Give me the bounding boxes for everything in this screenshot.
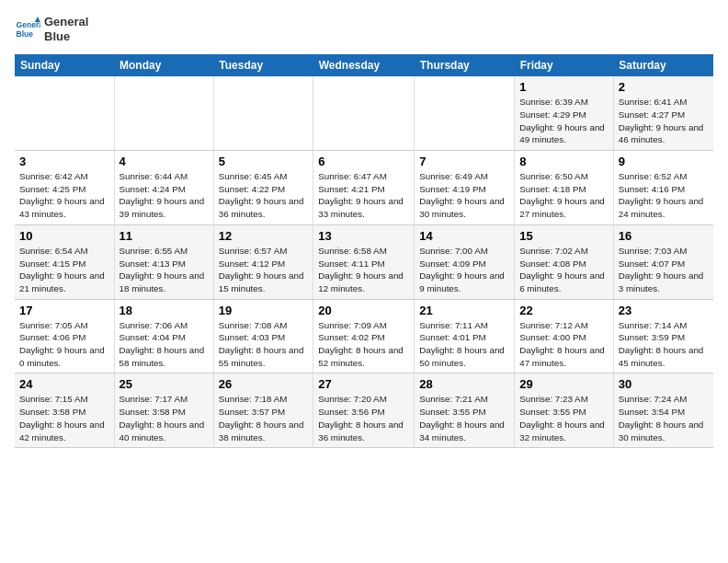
calendar-cell — [313, 76, 415, 150]
day-number: 19 — [219, 304, 308, 317]
day-number: 11 — [119, 229, 209, 243]
calendar-cell: 13Sunrise: 6:58 AM Sunset: 4:11 PM Dayli… — [313, 224, 415, 299]
column-header-sunday: Sunday — [15, 54, 114, 76]
logo-text: General Blue — [44, 15, 88, 43]
day-number: 5 — [219, 155, 308, 168]
day-info: Sunrise: 7:08 AM Sunset: 4:03 PM Dayligh… — [219, 319, 308, 370]
calendar-cell: 19Sunrise: 7:08 AM Sunset: 4:03 PM Dayli… — [213, 299, 313, 373]
calendar-cell: 11Sunrise: 6:55 AM Sunset: 4:13 PM Dayli… — [114, 224, 213, 299]
day-number: 15 — [519, 229, 609, 243]
calendar-cell: 9Sunrise: 6:52 AM Sunset: 4:16 PM Daylig… — [613, 151, 713, 225]
day-number: 17 — [19, 304, 109, 317]
calendar-cell: 25Sunrise: 7:17 AM Sunset: 3:58 PM Dayli… — [114, 373, 213, 448]
day-number: 13 — [318, 229, 409, 243]
day-info: Sunrise: 6:47 AM Sunset: 4:21 PM Dayligh… — [318, 170, 409, 221]
calendar-cell: 15Sunrise: 7:02 AM Sunset: 4:08 PM Dayli… — [515, 224, 614, 299]
day-info: Sunrise: 7:15 AM Sunset: 3:58 PM Dayligh… — [19, 393, 109, 443]
calendar-cell: 30Sunrise: 7:24 AM Sunset: 3:54 PM Dayli… — [613, 373, 713, 448]
day-info: Sunrise: 7:11 AM Sunset: 4:01 PM Dayligh… — [419, 319, 509, 370]
calendar-cell — [15, 76, 114, 150]
calendar-cell: 4Sunrise: 6:44 AM Sunset: 4:24 PM Daylig… — [114, 151, 213, 225]
logo-icon: General Blue — [15, 17, 40, 42]
column-header-thursday: Thursday — [415, 54, 515, 76]
logo: General Blue General Blue — [15, 15, 88, 43]
calendar-cell: 5Sunrise: 6:45 AM Sunset: 4:22 PM Daylig… — [213, 151, 313, 225]
day-info: Sunrise: 7:09 AM Sunset: 4:02 PM Dayligh… — [318, 319, 409, 370]
day-info: Sunrise: 6:44 AM Sunset: 4:24 PM Dayligh… — [119, 170, 209, 221]
day-info: Sunrise: 6:54 AM Sunset: 4:15 PM Dayligh… — [19, 245, 109, 295]
day-info: Sunrise: 6:58 AM Sunset: 4:11 PM Dayligh… — [318, 245, 409, 295]
day-number: 2 — [619, 80, 709, 94]
day-number: 14 — [419, 229, 509, 243]
day-number: 27 — [318, 377, 409, 391]
calendar-cell: 2Sunrise: 6:41 AM Sunset: 4:27 PM Daylig… — [613, 76, 713, 150]
day-info: Sunrise: 7:06 AM Sunset: 4:04 PM Dayligh… — [119, 319, 209, 370]
day-number: 6 — [318, 155, 409, 168]
day-info: Sunrise: 6:55 AM Sunset: 4:13 PM Dayligh… — [119, 245, 209, 295]
calendar-cell: 29Sunrise: 7:23 AM Sunset: 3:55 PM Dayli… — [515, 373, 614, 448]
column-header-tuesday: Tuesday — [213, 54, 313, 76]
day-number: 25 — [119, 377, 209, 391]
calendar-cell — [114, 76, 213, 150]
day-info: Sunrise: 7:02 AM Sunset: 4:08 PM Dayligh… — [519, 245, 609, 295]
calendar-cell: 16Sunrise: 7:03 AM Sunset: 4:07 PM Dayli… — [613, 224, 713, 299]
day-number: 24 — [19, 377, 109, 391]
day-number: 8 — [519, 155, 609, 168]
day-number: 9 — [619, 155, 709, 168]
day-info: Sunrise: 7:18 AM Sunset: 3:57 PM Dayligh… — [219, 393, 308, 443]
calendar-cell: 26Sunrise: 7:18 AM Sunset: 3:57 PM Dayli… — [213, 373, 313, 448]
day-number: 23 — [619, 304, 709, 317]
calendar-cell: 6Sunrise: 6:47 AM Sunset: 4:21 PM Daylig… — [313, 151, 415, 225]
day-info: Sunrise: 6:49 AM Sunset: 4:19 PM Dayligh… — [419, 170, 509, 221]
day-number: 10 — [19, 229, 109, 243]
calendar-cell: 27Sunrise: 7:20 AM Sunset: 3:56 PM Dayli… — [313, 373, 415, 448]
day-number: 22 — [519, 304, 609, 317]
day-info: Sunrise: 7:20 AM Sunset: 3:56 PM Dayligh… — [318, 393, 409, 443]
calendar-cell: 24Sunrise: 7:15 AM Sunset: 3:58 PM Dayli… — [15, 373, 114, 448]
day-number: 16 — [619, 229, 709, 243]
calendar-cell: 17Sunrise: 7:05 AM Sunset: 4:06 PM Dayli… — [15, 299, 114, 373]
day-info: Sunrise: 6:52 AM Sunset: 4:16 PM Dayligh… — [619, 170, 709, 221]
calendar-cell: 23Sunrise: 7:14 AM Sunset: 3:59 PM Dayli… — [613, 299, 713, 373]
day-info: Sunrise: 7:23 AM Sunset: 3:55 PM Dayligh… — [519, 393, 609, 443]
calendar-cell: 1Sunrise: 6:39 AM Sunset: 4:29 PM Daylig… — [515, 76, 614, 150]
column-header-wednesday: Wednesday — [313, 54, 415, 76]
column-header-saturday: Saturday — [613, 54, 713, 76]
calendar-cell — [415, 76, 515, 150]
calendar-cell: 10Sunrise: 6:54 AM Sunset: 4:15 PM Dayli… — [15, 224, 114, 299]
day-info: Sunrise: 7:21 AM Sunset: 3:55 PM Dayligh… — [419, 393, 509, 443]
day-info: Sunrise: 6:45 AM Sunset: 4:22 PM Dayligh… — [219, 170, 308, 221]
day-info: Sunrise: 7:17 AM Sunset: 3:58 PM Dayligh… — [119, 393, 209, 443]
day-info: Sunrise: 6:57 AM Sunset: 4:12 PM Dayligh… — [219, 245, 308, 295]
calendar-cell: 3Sunrise: 6:42 AM Sunset: 4:25 PM Daylig… — [15, 151, 114, 225]
day-number: 4 — [119, 155, 209, 168]
calendar-cell: 22Sunrise: 7:12 AM Sunset: 4:00 PM Dayli… — [515, 299, 614, 373]
day-number: 28 — [419, 377, 509, 391]
calendar-cell — [213, 76, 313, 150]
calendar-cell: 7Sunrise: 6:49 AM Sunset: 4:19 PM Daylig… — [415, 151, 515, 225]
day-number: 29 — [519, 377, 609, 391]
column-header-monday: Monday — [114, 54, 213, 76]
day-info: Sunrise: 6:50 AM Sunset: 4:18 PM Dayligh… — [519, 170, 609, 221]
day-info: Sunrise: 7:03 AM Sunset: 4:07 PM Dayligh… — [619, 245, 709, 295]
day-info: Sunrise: 6:39 AM Sunset: 4:29 PM Dayligh… — [519, 96, 609, 146]
day-number: 18 — [119, 304, 209, 317]
calendar-cell: 20Sunrise: 7:09 AM Sunset: 4:02 PM Dayli… — [313, 299, 415, 373]
day-info: Sunrise: 6:41 AM Sunset: 4:27 PM Dayligh… — [619, 96, 709, 146]
day-number: 26 — [219, 377, 308, 391]
day-info: Sunrise: 7:14 AM Sunset: 3:59 PM Dayligh… — [619, 319, 709, 370]
day-info: Sunrise: 6:42 AM Sunset: 4:25 PM Dayligh… — [19, 170, 109, 221]
svg-marker-2 — [35, 17, 40, 22]
day-number: 30 — [619, 377, 709, 391]
day-number: 3 — [19, 155, 109, 168]
calendar-cell: 14Sunrise: 7:00 AM Sunset: 4:09 PM Dayli… — [415, 224, 515, 299]
calendar-cell: 28Sunrise: 7:21 AM Sunset: 3:55 PM Dayli… — [415, 373, 515, 448]
calendar-cell: 8Sunrise: 6:50 AM Sunset: 4:18 PM Daylig… — [515, 151, 614, 225]
day-info: Sunrise: 7:05 AM Sunset: 4:06 PM Dayligh… — [19, 319, 109, 370]
column-header-friday: Friday — [515, 54, 614, 76]
day-number: 21 — [419, 304, 509, 317]
calendar-table: SundayMondayTuesdayWednesdayThursdayFrid… — [15, 54, 713, 448]
svg-text:Blue: Blue — [17, 29, 34, 38]
day-info: Sunrise: 7:00 AM Sunset: 4:09 PM Dayligh… — [419, 245, 509, 295]
calendar-cell: 21Sunrise: 7:11 AM Sunset: 4:01 PM Dayli… — [415, 299, 515, 373]
